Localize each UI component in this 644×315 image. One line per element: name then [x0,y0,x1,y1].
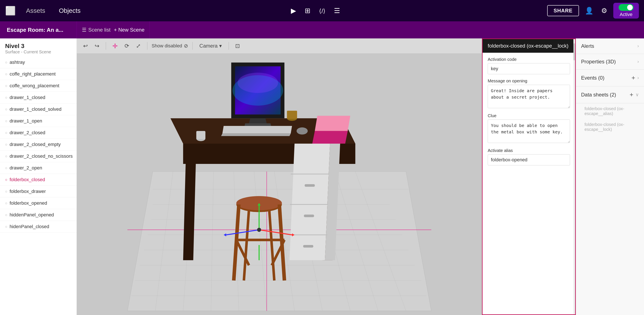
camera-label: Camera [200,43,218,49]
object-item-drawer_2_open[interactable]: ○drawer_2_open [0,162,76,174]
object-icon: ○ [5,178,8,182]
new-scene-button[interactable]: + New Scene [114,27,144,33]
activation-code-label: Activation code [488,57,570,62]
object-icon: ○ [5,119,8,123]
object-icon: ○ [5,189,8,194]
message-on-opening-label: Message on opening [488,79,570,84]
activation-code-input[interactable] [488,63,570,74]
data-sheets-section[interactable]: Data sheets (2) + ∨ [576,86,644,103]
share-button[interactable]: SHARE [547,5,579,16]
camera-select-button[interactable]: Camera ▾ [197,42,224,50]
svg-rect-42 [196,131,206,139]
properties-3d-section[interactable]: Properties (3D) › [576,54,644,70]
props-scrollbar-thumb [574,43,575,60]
object-label: drawer_2_open [10,165,42,171]
scene-header: Nivel 3 Surface - Current Scene [0,39,76,57]
alerts-label: Alerts [581,43,594,49]
topbar-center: ▶ ⊞ ⟨/⟩ ☰ [91,5,540,17]
object-item-hidenPanel_closed[interactable]: ○hidenPanel_closed [0,221,76,233]
rotate-button[interactable]: ⟳ [122,41,131,51]
properties-3d-right: › [638,59,639,65]
scene-list-label[interactable]: ☰ Scene list [82,27,110,33]
hamburger-icon: ☰ [82,27,86,33]
account-icon: 👤 [585,7,594,15]
svg-marker-36 [222,126,292,134]
svg-marker-40 [312,131,348,144]
object-label: drawer_2_closed [10,130,46,136]
topbar: ⬜ Assets Objects ▶ ⊞ ⟨/⟩ ☰ SHARE 👤 ⚙ Act… [0,0,644,21]
move-button[interactable]: ✛ [110,41,120,51]
window-icon: ⬜ [5,6,16,16]
object-label: hidenPanel_closed [10,224,49,229]
object-label: coffe_wrong_placement [10,83,59,89]
svg-rect-50 [303,245,314,247]
object-icon: ○ [5,131,8,135]
scale-button[interactable]: ⤢ [134,41,143,51]
svg-marker-37 [221,134,291,136]
object-item-drawer_1_open[interactable]: ○drawer_1_open [0,115,76,127]
object-item-coffe_right_placement[interactable]: ○coffe_right_placement [0,68,76,80]
message-on-opening-field: Message on opening Great! Inside are pap… [488,79,570,109]
redo-button[interactable]: ↪ [92,41,102,51]
scene-svg [77,53,482,315]
project-title: Escape Room: An a... [0,21,77,39]
settings-icon: ⚙ [601,7,607,15]
nav-objects-button[interactable]: Objects [56,5,84,16]
data-sheets-add-button[interactable]: + [630,91,633,98]
scene-canvas [77,53,482,315]
activation-code-field: Activation code [488,57,570,74]
alerts-section[interactable]: Alerts › [576,39,644,54]
object-item-drawer_2_closed_empty[interactable]: ○drawer_2_closed_empty [0,139,76,150]
data-sheets-items: folderbox-closed (ox-escape__alias)folde… [576,103,644,135]
activate-alias-input[interactable] [488,154,570,165]
disabled-icon: ⊘ [184,43,188,49]
object-item-folderbox_closed[interactable]: ○folderbox_closed [0,174,76,186]
datasheet-item-1[interactable]: folderbox-closed (ox-escape__lock) [576,119,644,135]
object-item-folderbox_opened[interactable]: ○folderbox_opened [0,197,76,209]
events-add-button[interactable]: + [632,74,635,82]
svg-point-67 [257,228,261,232]
properties-3d-chevron-icon: › [638,59,639,65]
object-item-ashtray[interactable]: ○ashtray [0,57,76,68]
message-on-opening-textarea[interactable]: Great! Inside are papers about a secret … [488,85,570,108]
show-disabled-button[interactable]: Show disabled ⊘ [152,43,188,49]
object-label: drawer_2_closed_no_scissors [10,153,73,159]
props-scrollbar[interactable] [574,39,575,314]
events-section[interactable]: Events (0) + › [576,70,644,86]
play-button[interactable]: ▶ [289,5,298,17]
object-item-drawer_1_closed_solved[interactable]: ○drawer_1_closed_solved [0,104,76,115]
clue-textarea[interactable]: You should be able to open the metal box… [488,120,570,143]
scene-name: Nivel 3 [5,43,72,50]
active-label: Active [620,12,632,17]
screenshot-button[interactable]: ⊡ [233,41,242,51]
object-item-drawer_2_closed_no_scissors[interactable]: ○drawer_2_closed_no_scissors [0,150,76,162]
scene-sub: Surface - Current Scene [5,50,72,55]
secondbar: Escape Room: An a... ☰ Scene list + New … [0,21,644,39]
object-item-drawer_2_closed[interactable]: ○drawer_2_closed [0,127,76,139]
camera-chevron-icon: ▾ [219,43,222,49]
nav-assets-button[interactable]: Assets [22,5,48,16]
undo-button[interactable]: ↩ [81,41,90,51]
left-panel: Nivel 3 Surface - Current Scene ○ashtray… [0,39,77,315]
notes-button[interactable]: ☰ [332,5,342,17]
object-icon: ○ [5,107,8,112]
events-right: + › [632,74,639,82]
code-icon: ⟨/⟩ [319,8,326,14]
svg-rect-69 [287,111,297,119]
settings-button[interactable]: ⚙ [600,5,609,17]
activate-alias-label: Activate alias [488,148,570,153]
object-item-drawer_1_closed[interactable]: ○drawer_1_closed [0,92,76,104]
object-icon: ○ [5,95,8,100]
object-item-folderbox_drawer[interactable]: ○folderbox_drawer [0,186,76,197]
account-button[interactable]: 👤 [583,5,595,17]
object-item-coffe_wrong_placement[interactable]: ○coffe_wrong_placement [0,80,76,92]
object-item-hiddenPanel_opened[interactable]: ○hiddenPanel_opened [0,209,76,221]
object-icon: ○ [5,213,8,217]
code-button[interactable]: ⟨/⟩ [317,5,327,17]
active-toggle[interactable] [618,4,634,11]
responsive-button[interactable]: ⊞ [303,5,312,17]
object-icon: ○ [5,201,8,205]
object-label: drawer_1_open [10,118,42,124]
datasheet-item-0[interactable]: folderbox-closed (ox-escape__alias) [576,103,644,119]
toolbar-separator-3 [192,42,192,50]
